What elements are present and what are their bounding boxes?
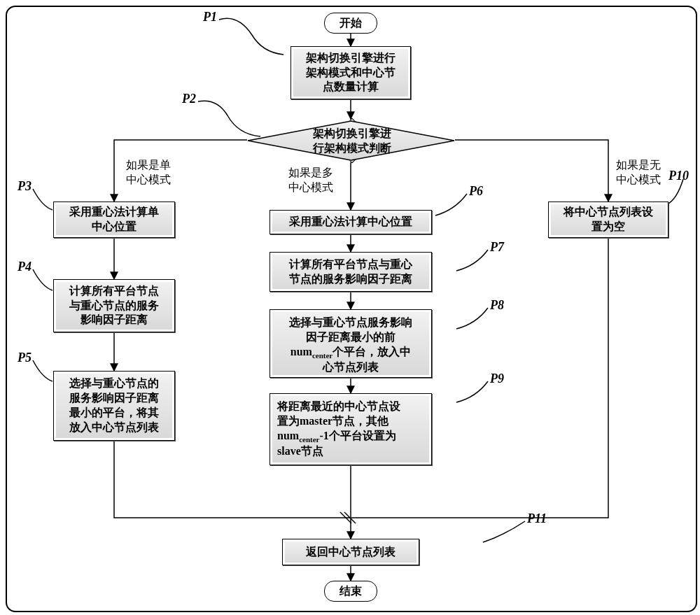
label-p6: P6: [469, 184, 483, 199]
label-p11: P11: [527, 511, 547, 526]
label-p8: P8: [490, 298, 504, 313]
p8-text-post: 个平台，放入中 心节点列表: [323, 346, 411, 373]
p11-process: 返回中心节点列表: [282, 539, 419, 565]
label-p4: P4: [18, 260, 31, 274]
branch-none: 如果是无 中心模式: [616, 158, 661, 188]
p9-slave: slave节点: [277, 445, 323, 457]
p3-process: 采用重心法计算单 中心位置: [53, 202, 175, 238]
p9-master: master: [300, 415, 332, 427]
p8-text-pre: 选择与重心节点服务影响 因子距离最小的前: [289, 316, 412, 343]
p9-l3b: -1个平台设置为: [319, 430, 396, 441]
p9-l2a: 置为: [277, 415, 300, 427]
p9-sub: center: [299, 435, 319, 444]
p4-process: 计算所有平台节点 与重心节点的服务 影响因子距离: [53, 279, 175, 332]
label-p3: P3: [18, 179, 31, 194]
label-p10: P10: [668, 169, 689, 183]
label-p5: P5: [18, 351, 31, 365]
p9-line1: 将距离最近的中心节点设: [277, 400, 424, 414]
start-terminator: 开始: [324, 13, 377, 34]
label-p7: P7: [490, 240, 504, 255]
p6-process: 采用重心法计算中心位置: [270, 210, 432, 234]
p10-process: 将中心节点列表设 置为空: [548, 202, 668, 238]
p9-num: num: [277, 430, 299, 441]
p8-num: num: [290, 346, 312, 358]
label-p2: P2: [182, 92, 196, 106]
p9-l2c: 节点，其他: [332, 415, 388, 427]
end-terminator: 结束: [324, 581, 377, 602]
p9-process: 将距离最近的中心节点设 置为master节点，其他 numcenter-1个平台…: [270, 393, 432, 465]
p8-sub: center: [312, 351, 332, 360]
branch-multi: 如果是多 中心模式: [288, 166, 333, 195]
label-p9: P9: [490, 372, 504, 386]
p5-process: 选择与重心节点的 服务影响因子距离 最小的平台，将其 放入中心节点列表: [53, 371, 175, 441]
p8-process: 选择与重心节点服务影响 因子距离最小的前 numcenter个平台，放入中 心节…: [270, 309, 432, 378]
p1-process: 架构切换引擎进行 架构模式和中心节 点数量计算: [290, 46, 411, 99]
flowchart-canvas: 开始 结束 架构切换引擎进行 架构模式和中心节 点数量计算 架构切换引擎进 行架…: [0, 0, 700, 615]
branch-single: 如果是单 中心模式: [126, 158, 171, 188]
p7-process: 计算所有平台节点与重心 节点的服务影响因子距离: [270, 252, 432, 292]
label-p1: P1: [203, 10, 217, 24]
